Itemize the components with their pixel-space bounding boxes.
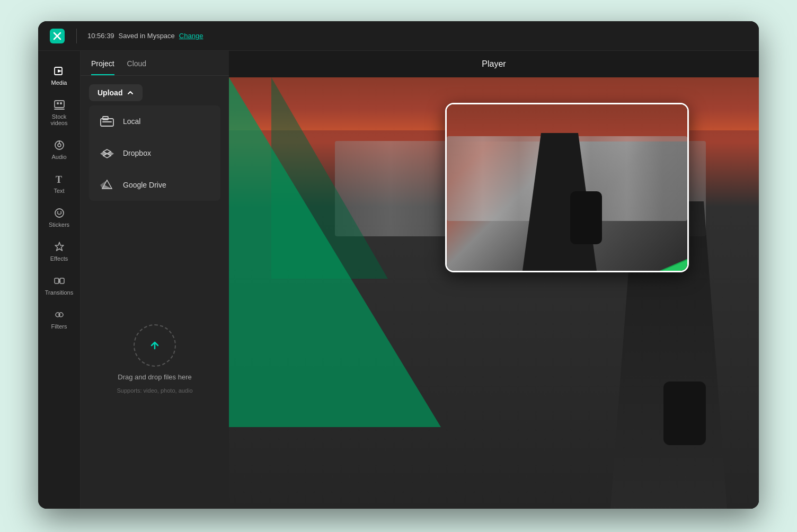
video-preview-card — [445, 103, 689, 272]
sidebar-item-stock-videos-label: Stock videos — [45, 113, 74, 126]
sidebar-item-stickers-label: Stickers — [49, 221, 69, 228]
main-layout: Media Stock videos — [38, 51, 759, 509]
svg-rect-14 — [55, 278, 59, 283]
upload-option-dropbox[interactable]: Dropbox — [89, 137, 220, 169]
svg-point-11 — [55, 209, 64, 217]
upload-option-dropbox-label: Dropbox — [123, 149, 151, 157]
sidebar-item-text[interactable]: T Text — [41, 167, 78, 199]
sidebar-item-transitions-label: Transitions — [45, 289, 73, 296]
sidebar-item-transitions[interactable]: Transitions — [41, 269, 78, 301]
sidebar-item-effects[interactable]: Effects — [41, 235, 78, 267]
timestamp-text: 10:56:39 — [87, 32, 114, 40]
svg-point-12 — [57, 211, 58, 212]
stock-videos-icon — [53, 99, 66, 111]
local-icon — [100, 114, 114, 129]
upload-option-google-drive[interactable]: Google Drive — [89, 169, 220, 201]
drag-drop-area[interactable]: Drag and drop files here Supports: video… — [81, 209, 229, 509]
drag-drop-circle — [134, 324, 176, 367]
top-bar: 10:56:39 Saved in Myspace Change — [38, 21, 759, 51]
svg-point-13 — [60, 211, 61, 212]
tab-project[interactable]: Project — [91, 59, 114, 75]
sidebar: Media Stock videos — [38, 51, 81, 509]
stickers-icon — [53, 207, 66, 219]
sidebar-item-media-label: Media — [51, 79, 67, 86]
upload-option-google-drive-label: Google Drive — [123, 181, 166, 189]
sidebar-item-filters[interactable]: Filters — [41, 303, 78, 335]
saved-text: Saved in Myspace — [119, 32, 175, 40]
svg-marker-22 — [100, 152, 107, 156]
media-icon — [53, 65, 66, 77]
svg-marker-23 — [107, 152, 114, 156]
filters-icon — [53, 308, 66, 321]
text-icon: T — [53, 173, 66, 185]
sidebar-item-audio[interactable]: Audio — [41, 134, 78, 165]
upload-button-label: Upload — [98, 88, 122, 97]
sidebar-item-stock-videos[interactable]: Stock videos — [41, 93, 78, 131]
player-area: Player — [229, 51, 759, 509]
tab-cloud[interactable]: Cloud — [127, 59, 147, 75]
drag-drop-text: Drag and drop files here — [118, 373, 191, 381]
google-drive-icon — [100, 178, 114, 192]
upload-section: Upload — [81, 76, 229, 209]
player-bg — [229, 77, 759, 509]
effects-icon — [53, 241, 66, 253]
top-bar-divider — [76, 29, 77, 43]
player-title: Player — [229, 51, 759, 77]
change-link[interactable]: Change — [179, 32, 203, 40]
app-logo — [49, 28, 66, 45]
media-panel: Project Cloud Upload — [81, 51, 229, 509]
sidebar-item-text-label: Text — [54, 188, 64, 194]
app-window: 10:56:39 Saved in Myspace Change Media — [38, 21, 759, 509]
top-bar-info: 10:56:39 Saved in Myspace Change — [87, 32, 203, 40]
upload-button[interactable]: Upload — [89, 84, 143, 101]
upload-option-local-label: Local — [123, 117, 140, 126]
sidebar-item-filters-label: Filters — [51, 323, 67, 330]
upload-dropdown: Local Dropbox — [89, 105, 220, 201]
video-preview-inner — [447, 104, 687, 271]
sidebar-item-media[interactable]: Media — [41, 59, 78, 91]
panel-tabs: Project Cloud — [81, 51, 229, 76]
svg-rect-19 — [103, 117, 108, 120]
sidebar-item-audio-label: Audio — [51, 154, 66, 160]
svg-rect-4 — [57, 102, 59, 104]
svg-rect-3 — [55, 101, 64, 108]
dropbox-icon — [100, 146, 114, 161]
svg-rect-20 — [102, 121, 112, 122]
upload-option-local[interactable]: Local — [89, 105, 220, 137]
svg-text:T: T — [56, 174, 62, 185]
svg-rect-15 — [60, 278, 64, 283]
chevron-up-icon — [127, 89, 134, 96]
svg-marker-2 — [58, 69, 62, 73]
sidebar-item-effects-label: Effects — [50, 255, 68, 262]
drag-drop-subtext: Supports: video, photo, audio — [117, 387, 192, 394]
audio-icon — [53, 139, 66, 152]
sidebar-item-stickers[interactable]: Stickers — [41, 201, 78, 233]
transitions-icon — [53, 274, 66, 287]
svg-rect-5 — [60, 102, 62, 104]
